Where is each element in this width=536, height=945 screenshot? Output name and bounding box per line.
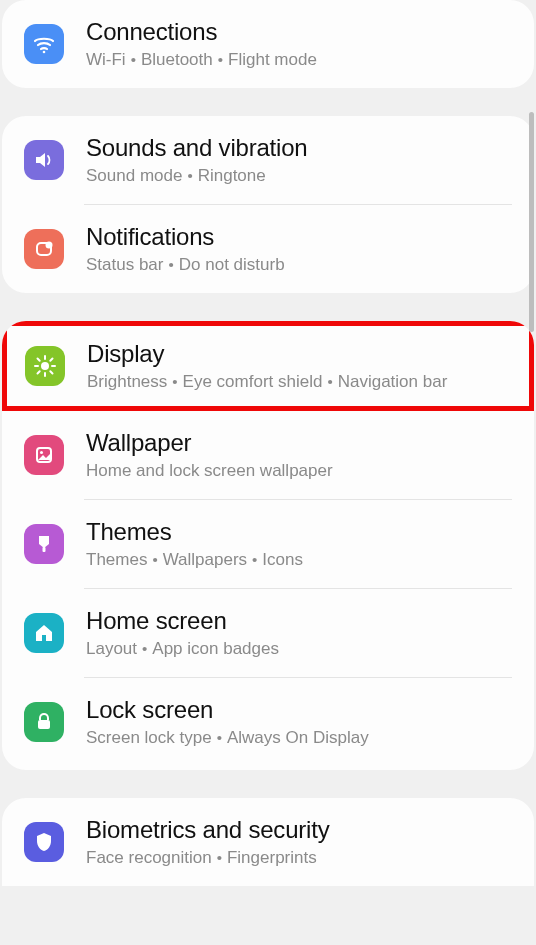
settings-item-title: Wallpaper — [86, 429, 516, 457]
wifi-icon — [24, 24, 64, 64]
settings-item-lock-screen[interactable]: Lock screen Screen lock type•Always On D… — [2, 678, 534, 766]
settings-item-text: Biometrics and security Face recognition… — [86, 816, 516, 868]
settings-item-subtitle: Layout•App icon badges — [86, 639, 516, 659]
settings-item-text: Display Brightness•Eye comfort shield•Na… — [87, 340, 515, 392]
settings-item-home-screen[interactable]: Home screen Layout•App icon badges — [2, 589, 534, 677]
svg-rect-14 — [43, 547, 46, 552]
settings-item-subtitle: Face recognition•Fingerprints — [86, 848, 516, 868]
settings-item-notifications[interactable]: Notifications Status bar•Do not disturb — [2, 205, 534, 293]
settings-item-text: Wallpaper Home and lock screen wallpaper — [86, 429, 516, 481]
settings-group-biometrics: Biometrics and security Face recognition… — [2, 798, 534, 886]
lock-icon — [24, 702, 64, 742]
svg-line-9 — [50, 371, 52, 373]
scrollbar[interactable] — [529, 112, 534, 332]
settings-group-sounds: Sounds and vibration Sound mode•Ringtone… — [2, 116, 534, 293]
settings-group-connections: Connections Wi-Fi•Bluetooth•Flight mode — [2, 0, 534, 88]
settings-item-title: Biometrics and security — [86, 816, 516, 844]
speaker-icon — [24, 140, 64, 180]
settings-group-display: Display Brightness•Eye comfort shield•Na… — [2, 321, 534, 770]
home-icon — [24, 613, 64, 653]
svg-point-13 — [40, 451, 43, 454]
svg-line-11 — [50, 359, 52, 361]
settings-item-title: Home screen — [86, 607, 516, 635]
settings-item-subtitle: Sound mode•Ringtone — [86, 166, 516, 186]
settings-item-text: Notifications Status bar•Do not disturb — [86, 223, 516, 275]
settings-item-title: Notifications — [86, 223, 516, 251]
settings-item-title: Display — [87, 340, 515, 368]
settings-item-text: Themes Themes•Wallpapers•Icons — [86, 518, 516, 570]
brightness-icon — [25, 346, 65, 386]
settings-item-title: Sounds and vibration — [86, 134, 516, 162]
settings-item-themes[interactable]: Themes Themes•Wallpapers•Icons — [2, 500, 534, 588]
settings-item-text: Connections Wi-Fi•Bluetooth•Flight mode — [86, 18, 516, 70]
settings-item-subtitle: Wi-Fi•Bluetooth•Flight mode — [86, 50, 516, 70]
settings-item-subtitle: Screen lock type•Always On Display — [86, 728, 516, 748]
wallpaper-icon — [24, 435, 64, 475]
settings-item-title: Connections — [86, 18, 516, 46]
themes-icon — [24, 524, 64, 564]
settings-item-biometrics[interactable]: Biometrics and security Face recognition… — [2, 798, 534, 886]
settings-item-subtitle: Status bar•Do not disturb — [86, 255, 516, 275]
svg-point-2 — [46, 242, 53, 249]
svg-rect-15 — [38, 720, 50, 729]
settings-item-subtitle: Home and lock screen wallpaper — [86, 461, 516, 481]
settings-item-wallpaper[interactable]: Wallpaper Home and lock screen wallpaper — [2, 411, 534, 499]
settings-item-display[interactable]: Display Brightness•Eye comfort shield•Na… — [2, 321, 534, 411]
settings-item-sounds[interactable]: Sounds and vibration Sound mode•Ringtone — [2, 116, 534, 204]
svg-point-3 — [41, 362, 49, 370]
shield-icon — [24, 822, 64, 862]
settings-item-text: Sounds and vibration Sound mode•Ringtone — [86, 134, 516, 186]
settings-item-connections[interactable]: Connections Wi-Fi•Bluetooth•Flight mode — [2, 0, 534, 88]
settings-item-text: Lock screen Screen lock type•Always On D… — [86, 696, 516, 748]
settings-item-title: Themes — [86, 518, 516, 546]
settings-item-subtitle: Brightness•Eye comfort shield•Navigation… — [87, 372, 515, 392]
notification-icon — [24, 229, 64, 269]
svg-point-0 — [43, 51, 46, 54]
svg-line-10 — [38, 371, 40, 373]
settings-item-title: Lock screen — [86, 696, 516, 724]
settings-item-subtitle: Themes•Wallpapers•Icons — [86, 550, 516, 570]
settings-item-text: Home screen Layout•App icon badges — [86, 607, 516, 659]
svg-line-8 — [38, 359, 40, 361]
